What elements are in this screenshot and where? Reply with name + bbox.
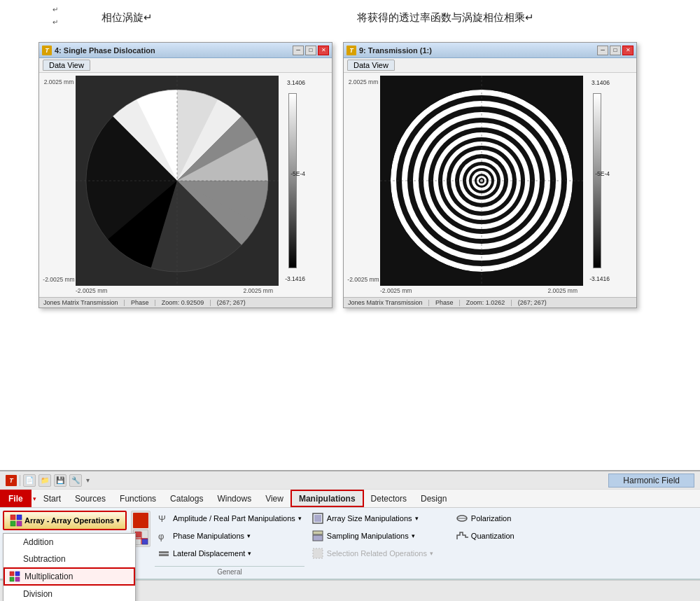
win2-minimize[interactable]: ─	[597, 46, 608, 55]
win2-close[interactable]: ✕	[622, 46, 634, 55]
sampling-arrow: ▾	[412, 532, 415, 539]
functions-menu[interactable]: Functions	[113, 490, 163, 507]
selection-btn: Selection Related Operations ▾	[309, 546, 449, 561]
quantization-btn[interactable]: Quantization	[453, 528, 537, 544]
manipulations-menu[interactable]: Manipulations	[290, 490, 364, 507]
window2-tab-dataview[interactable]: Data View	[347, 60, 395, 71]
polarization-btn[interactable]: Polarization	[453, 511, 537, 526]
qa-dropdown[interactable]: ▾	[86, 476, 90, 484]
window2-controls: ─ □ ✕	[597, 46, 634, 55]
svg-text:Ψ: Ψ	[158, 513, 166, 524]
window2-y-axis: 2.0025 mm -2.0025 mm	[346, 76, 380, 286]
window2-statusbar: Jones Matrix Transmission | Phase | Zoom…	[344, 297, 636, 308]
sampling-label: Sampling Manipulations	[327, 532, 409, 540]
window2-colorbar: 3.1406 -5E-4 -3.1416	[583, 76, 611, 286]
quantization-label: Quantization	[471, 532, 514, 540]
svg-rect-50	[314, 515, 321, 522]
view-menu[interactable]: View	[258, 490, 290, 507]
amplitude-label: Amplitude / Real Part Manipulations	[173, 514, 295, 523]
svg-rect-47	[159, 551, 169, 553]
window1-icon: T	[42, 46, 52, 55]
window2-title: 9: Transmission (1:)	[359, 46, 432, 55]
window1-cb-bot: -3.1416	[285, 275, 305, 282]
lateral-label: Lateral Displacement	[173, 549, 245, 558]
qa-extra-btn[interactable]: 🔧	[69, 474, 82, 487]
svg-rect-35	[10, 521, 15, 526]
array-array-arrow: ▾	[116, 517, 120, 524]
window1-x-axis: -2.0025 mm 2.0025 mm	[42, 286, 307, 294]
dropdown-subtraction[interactable]: Subtraction	[4, 551, 135, 567]
harmonic-field-header: Harmonic Field	[608, 474, 694, 488]
window1-statusbar: Jones Matrix Transmission | Phase | Zoom…	[39, 297, 332, 308]
selection-icon	[312, 547, 324, 560]
array-array-button[interactable]: Array - Array Operations ▾	[3, 511, 127, 530]
window2-toolbar: Data View	[344, 58, 636, 73]
menu-bar: File ▾ Start Sources Functions Catalogs …	[0, 490, 700, 508]
panel-icon-1	[133, 513, 148, 528]
general-label: General	[155, 566, 304, 576]
qa-new-btn[interactable]: 📄	[23, 474, 36, 487]
phase-icon: φ	[158, 530, 170, 542]
svg-rect-33	[10, 515, 15, 520]
design-menu[interactable]: Design	[414, 490, 454, 507]
selection-label: Selection Related Operations	[327, 549, 427, 558]
dropdown-division[interactable]: Division	[4, 586, 135, 601]
amplitude-btn[interactable]: Ψ Amplitude / Real Part Manipulations ▾	[155, 511, 304, 526]
selection-arrow: ▾	[430, 550, 433, 557]
qa-open-btn[interactable]: 📁	[38, 474, 51, 487]
polarization-label: Polarization	[471, 514, 511, 523]
detectors-menu[interactable]: Detectors	[364, 490, 414, 507]
qa-save-btn[interactable]: 💾	[54, 474, 66, 487]
start-menu[interactable]: Start	[36, 490, 68, 507]
sources-menu[interactable]: Sources	[68, 490, 113, 507]
dropdown-addition[interactable]: Addition	[4, 534, 135, 551]
window2-cb-bot: -3.1416	[589, 275, 610, 282]
window1-toolbar: Data View	[39, 58, 332, 73]
lateral-btn[interactable]: Lateral Displacement ▾	[155, 546, 304, 561]
win1-close[interactable]: ✕	[318, 46, 329, 55]
multiplication-icon	[9, 571, 20, 582]
sampling-btn[interactable]: Sampling Manipulations ▾	[309, 528, 449, 544]
window1-title: 4: Single Phase Dislocation	[55, 46, 155, 55]
array-array-label: Array - Array Operations	[24, 516, 114, 525]
sampling-icon	[312, 530, 324, 542]
lateral-icon	[158, 547, 170, 560]
svg-rect-53	[313, 548, 323, 558]
window1-tab-dataview[interactable]: Data View	[43, 60, 90, 71]
windows-menu[interactable]: Windows	[210, 490, 258, 507]
win1-maximize[interactable]: □	[305, 46, 316, 55]
window2-x-axis: -2.0025 mm 2.0025 mm	[346, 286, 611, 294]
window-phase-dislocation: T 4: Single Phase Dislocation ─ □ ✕ Data…	[38, 42, 332, 308]
dropdown-multiplication[interactable]: Multiplication	[4, 567, 135, 586]
array-array-dropdown: Addition Subtraction Multiplication	[3, 533, 136, 601]
window1-cb-mid: -5E-4	[290, 170, 305, 177]
catalogs-menu[interactable]: Catalogs	[163, 490, 210, 507]
amplitude-icon: Ψ	[158, 512, 170, 525]
window1-cb-top: 3.1406	[287, 79, 305, 86]
window1-controls: ─ □ ✕	[293, 46, 329, 55]
array-array-icon	[10, 514, 22, 527]
right-ribbon-section: Array Size Manipulations ▾ Sampling Mani…	[309, 511, 449, 561]
svg-rect-52	[313, 531, 323, 534]
arrow-indicator-2: ↵	[52, 18, 58, 26]
svg-rect-34	[17, 515, 22, 520]
far-right-ribbon: Polarization Quantization	[453, 511, 537, 544]
win2-maximize[interactable]: □	[610, 46, 621, 55]
phase-arrow: ▾	[247, 532, 251, 539]
svg-rect-40	[15, 577, 20, 581]
middle-ribbon-section: Ψ Amplitude / Real Part Manipulations ▾ …	[155, 511, 304, 576]
array-size-label: Array Size Manipulations	[327, 514, 412, 523]
svg-rect-51	[313, 535, 323, 541]
window2-cb-top: 3.1406	[592, 79, 610, 86]
svg-rect-38	[15, 572, 20, 576]
array-size-btn[interactable]: Array Size Manipulations ▾	[309, 511, 449, 526]
phase-btn[interactable]: φ Phase Manipulations ▾	[155, 528, 304, 544]
win1-minimize[interactable]: ─	[293, 46, 304, 55]
panel-icon-2-svg	[134, 530, 149, 546]
svg-rect-48	[159, 554, 169, 556]
array-size-icon	[312, 512, 324, 525]
file-menu[interactable]: File	[0, 490, 31, 507]
window2-plot	[380, 76, 583, 286]
quantization-icon	[456, 530, 468, 542]
qa-sep1	[20, 475, 20, 486]
